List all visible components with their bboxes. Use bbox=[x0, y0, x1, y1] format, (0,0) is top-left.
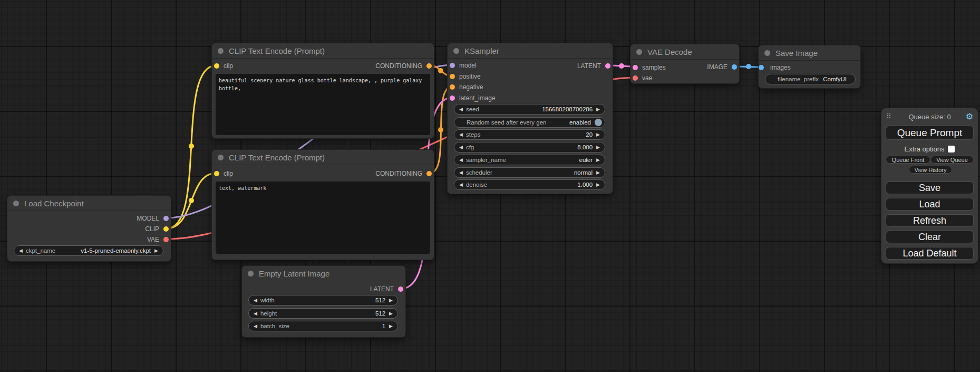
collapse-dot[interactable] bbox=[764, 50, 770, 56]
denoise-widget[interactable]: ◀ denoise 1.000 ▶ bbox=[454, 179, 605, 190]
increment-arrow-icon[interactable]: ▶ bbox=[596, 132, 600, 137]
decrement-arrow-icon[interactable]: ◀ bbox=[459, 158, 463, 163]
node-graph-canvas[interactable]: Load Checkpoint MODEL CLIP VAE ◀ ckpt_na… bbox=[0, 0, 980, 372]
cfg-widget[interactable]: ◀ cfg 8.000 ▶ bbox=[454, 142, 605, 152]
increment-arrow-icon[interactable]: ▶ bbox=[389, 298, 393, 303]
increment-arrow-icon[interactable]: ▶ bbox=[389, 324, 393, 329]
prompt-textarea[interactable]: beautiful scenery nature glass bottle la… bbox=[216, 74, 430, 135]
latent-output-port[interactable] bbox=[398, 287, 403, 292]
conditioning-output-port[interactable] bbox=[426, 63, 432, 69]
scheduler-widget[interactable]: ◀ scheduler normal ▶ bbox=[454, 167, 605, 178]
decrement-arrow-icon[interactable]: ◀ bbox=[254, 298, 257, 303]
collapse-dot[interactable] bbox=[218, 48, 224, 54]
seed-widget[interactable]: ◀ seed 156680208700286 ▶ bbox=[454, 104, 605, 115]
height-widget[interactable]: ◀ height 512 ▶ bbox=[248, 308, 398, 319]
model-output-port[interactable] bbox=[163, 216, 169, 221]
decrement-arrow-icon[interactable]: ◀ bbox=[254, 311, 257, 316]
increment-arrow-icon[interactable]: ▶ bbox=[154, 249, 158, 253]
node-load-checkpoint[interactable]: Load Checkpoint MODEL CLIP VAE ◀ ckpt_na… bbox=[7, 195, 171, 262]
link-midpoint-dot bbox=[619, 63, 624, 69]
increment-arrow-icon[interactable]: ▶ bbox=[596, 158, 600, 163]
link-midpoint-dot bbox=[189, 198, 194, 203]
input-row-vae: vae bbox=[630, 73, 739, 83]
clip-input-port[interactable] bbox=[214, 171, 219, 176]
load-default-button[interactable]: Load Default bbox=[886, 247, 974, 260]
node-title-bar[interactable]: VAE Decode bbox=[630, 44, 739, 60]
extra-options-checkbox[interactable] bbox=[948, 146, 955, 152]
decrement-arrow-icon[interactable]: ◀ bbox=[459, 170, 463, 175]
samples-input-port[interactable] bbox=[633, 65, 638, 70]
node-clip-text-encode-positive[interactable]: CLIP Text Encode (Prompt) clip CONDITION… bbox=[211, 43, 434, 139]
conditioning-output-port[interactable] bbox=[426, 171, 432, 176]
node-ksampler[interactable]: KSampler model LATENT positive negative … bbox=[447, 43, 613, 194]
node-title-bar[interactable]: Save Image bbox=[759, 45, 860, 61]
node-clip-text-encode-negative[interactable]: CLIP Text Encode (Prompt) clip CONDITION… bbox=[211, 149, 434, 260]
output-label: IMAGE bbox=[707, 63, 727, 71]
save-button[interactable]: Save bbox=[886, 182, 974, 194]
ckpt-name-widget[interactable]: ◀ ckpt_name v1-5-pruned-emaonly.ckpt ▶ bbox=[14, 245, 163, 256]
input-label: model bbox=[459, 62, 477, 69]
widget-label: width bbox=[260, 297, 275, 303]
node-title-bar[interactable]: CLIP Text Encode (Prompt) bbox=[212, 150, 434, 165]
decrement-arrow-icon[interactable]: ◀ bbox=[459, 132, 463, 137]
node-title: VAE Decode bbox=[647, 47, 692, 56]
collapse-dot[interactable] bbox=[218, 155, 224, 160]
latent-image-input-port[interactable] bbox=[450, 96, 455, 101]
node-empty-latent-image[interactable]: Empty Latent Image LATENT ◀ width 512 ▶ … bbox=[241, 265, 406, 338]
filename-prefix-widget[interactable]: filename_prefix ComfyUI bbox=[765, 74, 856, 84]
vae-input-port[interactable] bbox=[633, 75, 638, 81]
view-history-button[interactable]: View History bbox=[909, 166, 952, 174]
latent-output-port[interactable] bbox=[605, 63, 610, 69]
positive-input-port[interactable] bbox=[450, 74, 455, 79]
negative-input-port[interactable] bbox=[450, 84, 455, 90]
queue-prompt-button[interactable]: Queue Prompt bbox=[886, 126, 974, 140]
output-row-model: MODEL bbox=[7, 213, 171, 224]
decrement-arrow-icon[interactable]: ◀ bbox=[459, 183, 463, 187]
widget-label: ckpt_name bbox=[26, 247, 55, 254]
clip-input-port[interactable] bbox=[214, 63, 219, 69]
vae-output-port[interactable] bbox=[163, 237, 169, 242]
queue-front-button[interactable]: Queue Front bbox=[886, 156, 930, 164]
random-seed-widget[interactable]: Random seed after every gen enabled bbox=[454, 117, 605, 128]
image-output-port[interactable] bbox=[732, 64, 737, 70]
input-row-images: images bbox=[759, 62, 860, 73]
io-row-clip-conditioning: clip CONDITIONING bbox=[212, 168, 434, 179]
node-title-bar[interactable]: KSampler bbox=[448, 43, 613, 59]
collapse-dot[interactable] bbox=[636, 49, 642, 55]
collapse-dot[interactable] bbox=[453, 48, 459, 54]
load-button[interactable]: Load bbox=[886, 198, 974, 211]
toggle-dot[interactable] bbox=[595, 119, 602, 126]
node-vae-decode[interactable]: VAE Decode samples IMAGE vae bbox=[630, 44, 740, 84]
view-queue-button[interactable]: View Queue bbox=[930, 156, 974, 164]
decrement-arrow-icon[interactable]: ◀ bbox=[459, 107, 463, 112]
node-save-image[interactable]: Save Image images filename_prefix ComfyU… bbox=[758, 45, 861, 89]
increment-arrow-icon[interactable]: ▶ bbox=[596, 183, 600, 187]
collapse-dot[interactable] bbox=[13, 201, 19, 206]
increment-arrow-icon[interactable]: ▶ bbox=[596, 170, 600, 175]
node-title-bar[interactable]: Empty Latent Image bbox=[242, 266, 405, 281]
sampler-name-widget[interactable]: ◀ sampler_name euler ▶ bbox=[454, 155, 605, 165]
increment-arrow-icon[interactable]: ▶ bbox=[596, 107, 600, 112]
link-midpoint-dot bbox=[746, 64, 751, 69]
collapse-dot[interactable] bbox=[248, 271, 254, 276]
node-title-bar[interactable]: CLIP Text Encode (Prompt) bbox=[212, 43, 434, 59]
gear-icon[interactable]: ⚙ bbox=[966, 112, 973, 121]
batch-size-widget[interactable]: ◀ batch_size 1 ▶ bbox=[248, 321, 398, 331]
prompt-textarea[interactable]: text, watermark bbox=[216, 182, 430, 254]
width-widget[interactable]: ◀ width 512 ▶ bbox=[248, 295, 398, 306]
increment-arrow-icon[interactable]: ▶ bbox=[596, 145, 600, 150]
steps-widget[interactable]: ◀ steps 20 ▶ bbox=[454, 129, 605, 140]
increment-arrow-icon[interactable]: ▶ bbox=[389, 311, 393, 316]
model-input-port[interactable] bbox=[450, 63, 455, 68]
clip-output-port[interactable] bbox=[163, 226, 169, 232]
decrement-arrow-icon[interactable]: ◀ bbox=[459, 145, 463, 150]
clear-button[interactable]: Clear bbox=[886, 231, 974, 243]
decrement-arrow-icon[interactable]: ◀ bbox=[254, 324, 257, 329]
images-input-port[interactable] bbox=[759, 65, 764, 70]
refresh-button[interactable]: Refresh bbox=[886, 214, 974, 227]
decrement-arrow-icon[interactable]: ◀ bbox=[19, 249, 23, 253]
node-title: KSampler bbox=[464, 46, 499, 55]
output-row-vae: VAE bbox=[7, 234, 171, 245]
widget-value: 8.000 bbox=[577, 144, 593, 150]
node-title-bar[interactable]: Load Checkpoint bbox=[7, 196, 171, 211]
